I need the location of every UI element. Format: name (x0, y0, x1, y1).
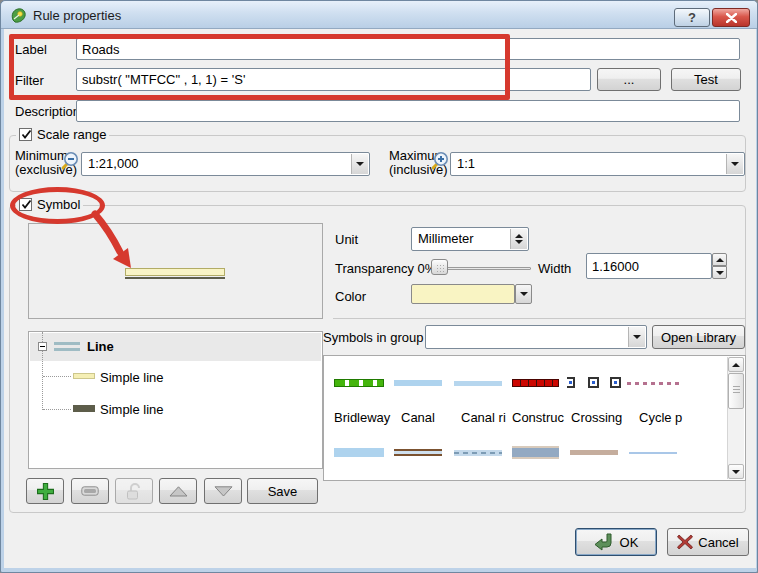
divider (333, 318, 745, 319)
gallery-item-label[interactable]: Canal ri (461, 410, 506, 425)
minus-icon (81, 486, 99, 496)
maximum-scale-dropdown-button[interactable] (726, 154, 743, 174)
tree-collapse-toggle[interactable] (38, 342, 47, 351)
save-symbol-button[interactable]: Save (247, 478, 318, 504)
checkmark-icon (20, 128, 33, 141)
gallery-swatch-bridleway[interactable] (334, 379, 384, 387)
move-layer-up-button[interactable] (159, 478, 197, 504)
chevron-up-icon (515, 234, 523, 238)
chevron-down-icon (633, 335, 641, 339)
gallery-item-label[interactable]: Bridleway (334, 410, 390, 425)
color-dropdown-button[interactable] (515, 284, 532, 304)
chevron-down-icon (732, 470, 740, 474)
scale-range-title: Scale range (37, 127, 106, 142)
transparency-caption: Transparency 0% (335, 261, 436, 276)
close-icon (726, 13, 737, 23)
symbols-in-group-dropdown-button[interactable] (628, 327, 645, 347)
scroll-up-button[interactable] (728, 357, 744, 372)
ok-arrow-icon (594, 533, 615, 551)
gallery-swatch-canal-river[interactable] (454, 381, 502, 386)
checkmark-icon (20, 198, 33, 211)
width-spin-down[interactable] (712, 266, 727, 279)
color-caption: Color (335, 289, 366, 304)
minimum-scale-combo[interactable]: 1:21,000 (81, 152, 370, 176)
gallery-swatch-crossing[interactable] (610, 377, 621, 388)
transparency-slider-handle[interactable] (431, 259, 448, 275)
color-swatch-button[interactable] (411, 284, 515, 304)
remove-symbol-layer-button[interactable] (71, 478, 109, 504)
window-title: Rule properties (33, 8, 121, 23)
chevron-down-icon (731, 162, 739, 166)
tree-guide-line (43, 409, 71, 410)
symbol-legend: Symbol (16, 197, 83, 212)
scroll-down-button[interactable] (728, 464, 744, 479)
cancel-x-icon (677, 534, 693, 550)
chevron-down-icon (356, 162, 364, 166)
symbol-title: Symbol (37, 197, 80, 212)
cancel-label: Cancel (698, 535, 738, 550)
gallery-swatch-crossing[interactable] (567, 377, 575, 388)
symbol-layer-tree: Line Simple line Simple line (28, 331, 323, 469)
chevron-up-icon (732, 363, 740, 367)
gallery-swatch-canal[interactable] (394, 380, 442, 386)
maximum-scale-value: 1:1 (457, 156, 475, 171)
gallery-swatch-crossing[interactable] (588, 377, 599, 388)
gallery-swatch-construction[interactable] (512, 379, 559, 387)
expression-builder-button[interactable]: ... (597, 68, 661, 91)
simple-line-swatch-yellow (73, 373, 95, 379)
scale-range-checkbox[interactable] (19, 128, 32, 141)
symbol-checkbox[interactable] (19, 198, 32, 211)
gallery-item-label[interactable]: Cycle p (639, 410, 682, 425)
gallery-item-label[interactable]: Construc (512, 410, 564, 425)
plus-icon (37, 483, 54, 500)
symbols-in-group-combo[interactable] (425, 325, 647, 349)
minimum-scale-dropdown-button[interactable] (351, 154, 368, 174)
line-symbol-icon (54, 342, 80, 345)
move-layer-down-button[interactable] (204, 478, 242, 504)
test-filter-button[interactable]: Test (671, 68, 741, 91)
chevron-down-icon (515, 240, 523, 244)
gallery-swatch[interactable] (334, 448, 384, 457)
label-field-caption: Label (15, 42, 47, 57)
help-button[interactable]: ? (674, 8, 710, 27)
ok-button[interactable]: OK (575, 528, 657, 556)
ok-label: OK (620, 535, 639, 550)
gallery-swatch[interactable] (512, 446, 559, 459)
lock-layer-button[interactable] (115, 478, 153, 504)
save-symbol-label: Save (268, 484, 298, 499)
tree-child-label[interactable]: Simple line (100, 402, 164, 417)
gallery-item-label[interactable]: Canal (401, 410, 435, 425)
title-bar[interactable]: Rule properties ? (1, 1, 758, 29)
description-input[interactable] (76, 100, 740, 122)
gallery-swatch-cycle-path[interactable] (627, 382, 679, 385)
symbol-gallery: Bridleway Canal Canal ri Construc Crossi… (323, 355, 746, 481)
symbol-preview-line-dark (125, 277, 225, 279)
width-spin-up[interactable] (712, 253, 727, 266)
width-input[interactable] (586, 253, 712, 279)
chevron-down-icon (716, 271, 724, 275)
label-input[interactable] (76, 38, 740, 60)
open-library-label: Open Library (661, 330, 736, 345)
open-library-button[interactable]: Open Library (652, 325, 745, 349)
filter-input[interactable] (76, 68, 591, 91)
gallery-item-label[interactable]: Crossing (571, 410, 622, 425)
close-button[interactable] (712, 8, 750, 27)
cancel-button[interactable]: Cancel (667, 528, 749, 556)
unit-spin-buttons[interactable] (510, 229, 527, 249)
filter-field-caption: Filter (15, 73, 44, 88)
tree-row-line[interactable] (30, 333, 321, 361)
line-symbol-icon (54, 348, 80, 351)
add-symbol-layer-button[interactable] (26, 478, 64, 504)
symbol-preview-panel (28, 223, 323, 319)
gallery-swatch[interactable] (570, 450, 618, 455)
scrollbar-thumb[interactable] (728, 373, 744, 409)
tree-child-label[interactable]: Simple line (100, 370, 164, 385)
gallery-swatch[interactable] (454, 450, 502, 456)
width-caption: Width (538, 261, 571, 276)
unit-combo[interactable]: Millimeter (411, 227, 529, 251)
maximum-scale-combo[interactable]: 1:1 (450, 152, 745, 176)
triangle-up-icon (169, 486, 188, 497)
tree-root-label: Line (87, 339, 114, 354)
gallery-swatch[interactable] (394, 449, 442, 456)
gallery-swatch[interactable] (629, 452, 677, 454)
